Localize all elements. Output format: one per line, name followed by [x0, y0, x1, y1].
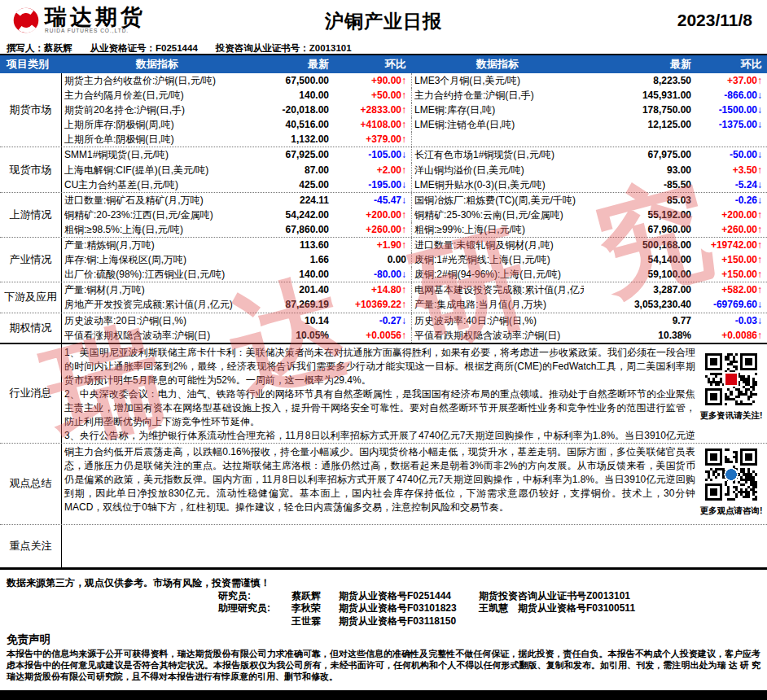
latest-value: 201.40: [252, 282, 334, 297]
indicator-label: 平值看跌期权隐含波动率:沪铜(日): [411, 328, 584, 343]
indicator-label: 进口数量:未锻轧铜及铜材(月,吨): [411, 238, 584, 252]
latest-value: 12,125.00: [584, 117, 696, 132]
category-label: 重点关注: [0, 525, 62, 567]
consult-qr-code: [705, 448, 757, 501]
latest-value: 55,192.00: [584, 208, 696, 222]
col-indicator-left: 数据指标: [62, 55, 252, 73]
footer: 数据来源第三方，观点仅供参考。市场有风险，投资需谨慎！ 研究员: 蔡跃辉 期货从…: [0, 577, 767, 683]
category-label: 上游情况: [0, 193, 62, 237]
researcher-list: 研究员: 蔡跃辉 期货从业资格号F0251444 期货投资咨询从业证书号Z001…: [218, 590, 767, 628]
latest-value: 54,242.00: [252, 208, 334, 222]
latest-value: 59,100.00: [584, 267, 696, 282]
change-value: +260.00↑: [334, 222, 411, 237]
latest-value: -20,018.00: [252, 103, 334, 117]
indicator-label: CU主力合约基差(日,元/吨): [62, 177, 252, 192]
indicator-label: 电网基本建设投资完成额:累计值(月,亿元): [411, 282, 584, 297]
latest-value: 67,960.00: [584, 222, 696, 237]
viewpoint-summary-section: 观点总结 铜主力合约低开后震荡走高，以跌幅0.16%报收，持仓量小幅减少。国内现…: [0, 444, 767, 525]
indicator-label: 产量:精炼铜(月,万吨): [62, 238, 252, 252]
change-value: -1500.00↓: [696, 103, 767, 117]
col-indicator-right: 数据指标: [411, 55, 584, 73]
latest-value: 93.00: [584, 163, 696, 177]
latest-value: 40,516.00: [252, 117, 334, 132]
change-value: +50.00↑: [334, 88, 411, 103]
bottom-bar: [0, 690, 767, 700]
change-value: +1.90↑: [334, 238, 411, 252]
change-value: +200.00↑: [696, 208, 767, 222]
viewpoint-summary-text: 铜主力合约低开后震荡走高，以跌幅0.16%报收，持仓量小幅减少。国内现货价格小幅…: [62, 444, 767, 524]
indicator-label: LME铜:注销仓单(日,吨): [411, 117, 584, 132]
indicator-label: 国铜冶炼厂:粗炼费(TC)(周,美元/千吨): [411, 193, 584, 208]
category-label: 期货市场: [0, 73, 62, 147]
change-value: +10369.22↑: [334, 297, 411, 312]
change-value: +0.0086↑: [696, 328, 767, 343]
change-value: +3.50↑: [696, 163, 767, 177]
change-value: +200.00↑: [334, 208, 411, 222]
risk-note: 数据来源第三方，观点仅供参考。市场有风险，投资需谨慎！: [7, 577, 767, 589]
latest-value: 140.00: [252, 88, 334, 103]
latest-value: 113.60: [252, 238, 334, 252]
latest-value: 1.66: [252, 252, 334, 267]
indicator-label: 主力合约隔月价差(日,元/吨): [62, 88, 252, 103]
indicator-label: 主力合约持仓量:沪铜(日,手): [411, 88, 584, 103]
latest-value: [584, 132, 696, 147]
change-value: +260.00↑: [696, 222, 767, 237]
change-value: -5.24↓: [696, 177, 767, 192]
indicator-label: 产量:集成电路:当月值(月,万块): [411, 297, 584, 312]
indicator-label: 产量:铜材(月,万吨): [62, 282, 252, 297]
category-label: 观点总结: [0, 444, 62, 524]
latest-value: 67,975.00: [584, 147, 696, 162]
indicator-label: [411, 132, 584, 147]
latest-value: 500,168.00: [584, 238, 696, 252]
latest-value: 85.03: [584, 193, 696, 208]
indicator-label: 期货主力合约收盘价:沪铜(日,元/吨): [62, 73, 252, 88]
indicator-label: 废铜:1#光亮铜线:上海(日,元/吨): [411, 252, 584, 267]
change-value: +150.00↑: [696, 267, 767, 282]
author-cert1: 从业资格证号：F0251444: [90, 43, 198, 53]
researcher-role: 研究员:: [218, 590, 291, 603]
latest-value: 10.38%: [584, 328, 696, 343]
change-value: -195.00↓: [334, 177, 411, 192]
table-group: 下游及应用产量:铜材(月,万吨)201.40+14.80↑电网基本建设投资完成额…: [0, 282, 767, 313]
indicator-label: SMM1#铜现货(日,元/吨): [62, 147, 252, 162]
latest-value: 67,925.00: [252, 147, 334, 162]
indicator-label: 历史波动率:20日:沪铜(日,%): [62, 313, 252, 328]
category-label: 期权情况: [0, 313, 62, 343]
news-paragraph: 2、中央深改委会议：电力、油气、铁路等行业的网络环节具有自然垄断属性，是我国国有…: [64, 387, 695, 429]
key-focus-section: 重点关注: [0, 525, 767, 570]
table-group: 产业情况产量:精炼铜(月,万吨)113.60+1.90↑进口数量:未锻轧铜及铜材…: [0, 238, 767, 282]
news-qr-block: 更多资讯请关注!: [696, 353, 766, 422]
change-value: +0.0056↑: [334, 328, 411, 343]
researcher-cert: 期货从业资格号F03118150: [339, 615, 479, 628]
latest-value: 3,287.00: [584, 282, 696, 297]
change-value: +19742.00↑: [696, 238, 767, 252]
change-value: -69769.60↓: [696, 297, 767, 312]
latest-value: 425.00: [252, 177, 334, 192]
latest-value: 3,053,230.40: [584, 297, 696, 312]
indicator-label: 期货前20名持仓:沪铜(日,手): [62, 103, 252, 117]
disclaimer-text: 本报告中的信息均来源于公开可获得资料，瑞达期货股份有限公司力求准确可靠，但对这些…: [7, 649, 760, 682]
latest-value: -85.50: [584, 177, 696, 192]
indicator-label: 出厂价:硫酸(98%):江西铜业(日,元/吨): [62, 267, 252, 282]
key-focus-text: [62, 525, 767, 567]
table-group: 上游情况进口数量:铜矿石及精矿(月,万吨)224.11-45.47↓国铜冶炼厂:…: [0, 193, 767, 238]
change-value: -866.00↓: [696, 88, 767, 103]
indicator-label: 进口数量:铜矿石及精矿(月,万吨): [62, 193, 252, 208]
change-value: +37.00↑: [696, 73, 767, 88]
change-value: +150.00↑: [696, 252, 767, 267]
category-label: 下游及应用: [0, 282, 62, 312]
latest-value: 67,860.00: [252, 222, 334, 237]
change-value: +4108.00↑: [334, 117, 411, 132]
summary-paragraph: 铜主力合约低开后震荡走高，以跌幅0.16%报收，持仓量小幅减少。国内现货价格小幅…: [64, 445, 695, 514]
researcher-cert: 期货从业资格号F0251444: [339, 590, 479, 603]
industry-news-text: 1、美国明尼亚波利斯联储主席卡什卡利：美联储决策者尚未在对抗通胀方面赢得胜利，如…: [62, 344, 767, 443]
table-group: 期货市场期货主力合约收盘价:沪铜(日,元/吨)67,500.00+90.00↑L…: [0, 73, 767, 147]
researcher-name: 王世霖: [291, 615, 339, 628]
researcher-cert: 期货从业资格号F03101823: [339, 602, 479, 615]
latest-value: 10.14: [252, 313, 334, 328]
consult-qr-caption: 更多观点请咨询!: [696, 504, 766, 518]
indicator-label: LME铜:库存(日,吨): [411, 103, 584, 117]
indicator-label: 历史波动率:40日:沪铜(日,%): [411, 313, 584, 328]
indicator-label: 平值看涨期权隐含波动率:沪铜(日): [62, 328, 252, 343]
news-qr-code: [705, 353, 757, 405]
